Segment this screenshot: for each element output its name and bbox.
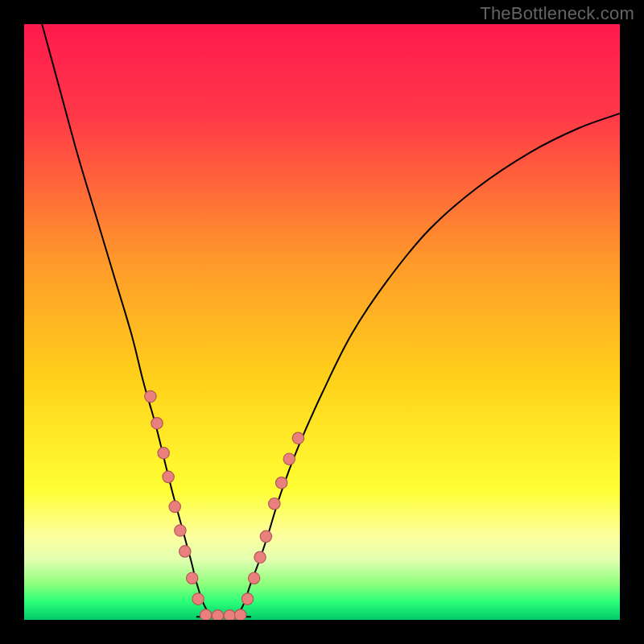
chart-svg <box>24 24 620 620</box>
data-marker-left <box>180 546 191 557</box>
data-marker-left <box>158 448 169 459</box>
data-marker-right <box>283 453 295 464</box>
data-marker-right <box>269 498 280 510</box>
data-marker-right <box>275 477 287 489</box>
data-marker-right <box>248 572 259 584</box>
data-marker-left <box>169 501 180 512</box>
data-marker-bottom <box>224 610 235 620</box>
data-marker-bottom <box>212 610 223 620</box>
data-marker-left <box>192 593 204 605</box>
data-marker-left <box>145 390 156 402</box>
data-marker-left <box>151 418 163 429</box>
data-marker-left <box>163 471 174 482</box>
plot-area <box>24 24 620 620</box>
data-marker-right <box>292 432 303 444</box>
data-marker-right <box>242 593 253 605</box>
data-marker-left <box>175 525 186 536</box>
data-marker-bottom <box>234 609 246 620</box>
gradient-background <box>24 24 620 620</box>
chart-frame: TheBottleneck.com <box>0 0 644 644</box>
data-marker-right <box>254 551 266 563</box>
data-marker-left <box>186 572 197 584</box>
data-marker-bottom <box>200 609 212 620</box>
data-marker-right <box>260 530 271 542</box>
watermark-text: TheBottleneck.com <box>480 3 634 24</box>
